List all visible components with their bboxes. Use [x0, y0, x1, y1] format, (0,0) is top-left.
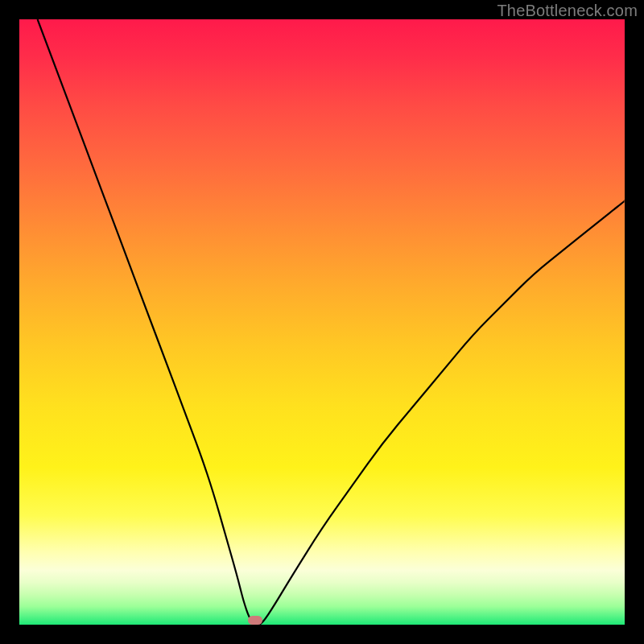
plot-area: [19, 19, 625, 625]
minimum-marker: [248, 616, 262, 625]
watermark-text: TheBottleneck.com: [497, 2, 638, 20]
chart-frame: TheBottleneck.com: [0, 0, 644, 644]
bottleneck-curve-path: [38, 19, 625, 625]
curve-svg: [19, 19, 625, 625]
